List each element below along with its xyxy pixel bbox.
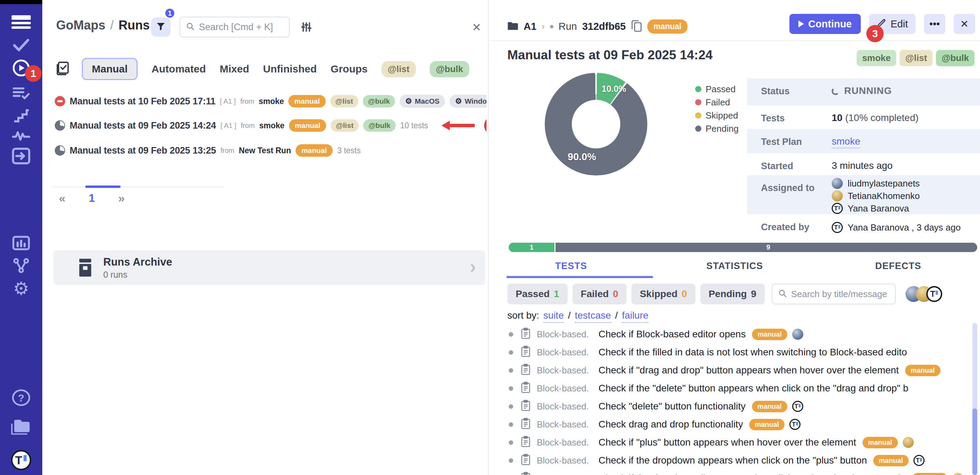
tag-list[interactable]: @list xyxy=(900,50,932,66)
clipboard-icon xyxy=(521,418,531,431)
sort-by-suite[interactable]: suite xyxy=(543,310,564,323)
status-dot-icon xyxy=(509,332,513,337)
tests-list: Block-based... Check if Block-based edit… xyxy=(489,325,972,475)
run-list-item[interactable]: Manual tests at 10 Feb 2025 17:11 [ A1 ]… xyxy=(55,91,487,112)
tab-automated[interactable]: Automated xyxy=(151,63,206,75)
search-box[interactable] xyxy=(180,17,290,37)
legend-dot-failed xyxy=(695,99,702,105)
tag-smoke[interactable]: smoke xyxy=(857,50,896,66)
reports-chart-icon[interactable] xyxy=(12,235,30,251)
run-detail-title: Manual tests at 09 Feb 2025 14:24 xyxy=(508,48,713,62)
chart-legend: Passed Failed Skipped Pending xyxy=(695,83,738,135)
checklist-icon[interactable] xyxy=(12,85,30,100)
close-run-button[interactable]: ✕ xyxy=(954,14,975,34)
page-number[interactable]: 1 xyxy=(89,192,95,204)
page-next-button[interactable]: » xyxy=(118,191,125,205)
help-icon[interactable]: ? xyxy=(11,389,31,406)
avatar: T▮ xyxy=(832,203,843,214)
assignee[interactable]: T▮Yana Baranova xyxy=(832,202,920,215)
page-prev-button[interactable]: « xyxy=(59,191,65,205)
sliders-icon[interactable] xyxy=(300,21,313,35)
tab-unfinished[interactable]: Unfinished xyxy=(263,63,317,75)
avatar xyxy=(952,473,963,475)
tab-groups[interactable]: Groups xyxy=(331,63,368,75)
assignee[interactable]: TetianaKhomenko xyxy=(832,190,920,202)
tab-statistics[interactable]: STATISTICS xyxy=(653,261,816,271)
run-title: Manual tests at 09 Feb 2025 13:25 xyxy=(70,145,216,156)
donut-label-pending: 90.0% xyxy=(568,151,596,163)
test-row[interactable]: Block-based... Check if "drag and drop" … xyxy=(489,361,972,379)
run-list-item[interactable]: Manual tests at 09 Feb 2025 14:24 [ A1 ]… xyxy=(55,115,487,136)
sort-by-failure[interactable]: failure xyxy=(622,310,648,323)
manual-badge: manual xyxy=(752,401,788,412)
test-row[interactable]: Block-based... Check if Block-based edit… xyxy=(489,325,972,343)
scrollbar-thumb[interactable] xyxy=(972,408,977,475)
manual-badge: manual xyxy=(912,473,947,475)
test-row[interactable]: Block-based... Check if the filled in da… xyxy=(489,343,972,361)
clipboard-icon xyxy=(521,382,531,395)
run-source: smoke xyxy=(259,97,284,106)
branches-icon[interactable] xyxy=(12,258,30,273)
play-icon xyxy=(799,21,804,27)
test-plan-link[interactable]: smoke xyxy=(832,136,860,148)
runs-archive-card[interactable]: Runs Archive 0 runs xyxy=(53,250,485,285)
test-row-partial[interactable]: Block-based... Check if the dropdown dis… xyxy=(489,469,972,475)
run-id: 312dfb65 xyxy=(582,21,626,32)
activity-icon[interactable] xyxy=(12,129,30,142)
clipboard-icon xyxy=(521,454,531,467)
sort-by-testcase[interactable]: testcase xyxy=(575,310,611,323)
copy-icon[interactable] xyxy=(631,20,642,33)
test-row[interactable]: Block-based... Check if "plus" button ap… xyxy=(489,434,972,451)
active-tab-underline xyxy=(507,276,653,278)
filter-pending-button[interactable]: Pending9 xyxy=(700,284,765,304)
filter-passed-button[interactable]: Passed1 xyxy=(508,284,568,304)
tests-search-input[interactable] xyxy=(791,289,889,300)
breadcrumb-suite[interactable]: A1 xyxy=(523,21,536,32)
breadcrumb-section[interactable]: Runs xyxy=(119,18,150,33)
steps-icon[interactable] xyxy=(13,108,30,123)
menu-icon[interactable] xyxy=(11,13,31,20)
assignee[interactable]: liudmylastepanets xyxy=(832,177,920,190)
status-dot-icon xyxy=(509,440,513,445)
tab-mixed[interactable]: Mixed xyxy=(220,63,249,75)
search-icon xyxy=(778,289,787,299)
select-runs-icon[interactable] xyxy=(56,61,69,77)
manual-badge: manual xyxy=(873,455,908,466)
pagination: « 1 » xyxy=(59,191,125,205)
filter-button[interactable] xyxy=(151,18,170,37)
test-row[interactable]: Block-based... Check if the "delete" but… xyxy=(489,379,972,397)
scrollbar-track[interactable] xyxy=(972,323,977,475)
tab-manual[interactable]: Manual xyxy=(82,58,138,80)
filter-failed-button[interactable]: Failed0 xyxy=(573,284,627,304)
testcases-check-icon[interactable] xyxy=(12,38,30,52)
test-row[interactable]: Block-based... Check drag and drop funct… xyxy=(489,415,972,434)
tag-chip-bulk[interactable]: @bulk xyxy=(430,61,469,77)
run-tests-count: 10 tests xyxy=(400,121,428,131)
more-button[interactable]: ••• xyxy=(924,14,945,34)
panel-close-icon[interactable]: ✕ xyxy=(472,21,481,34)
continue-button[interactable]: Continue xyxy=(789,14,861,34)
avatar[interactable]: T▮ xyxy=(926,286,942,302)
tag-chip-list[interactable]: @list xyxy=(382,61,416,77)
sign-in-icon[interactable] xyxy=(11,147,31,165)
legend-pending: Pending xyxy=(695,122,738,135)
projects-folder-icon[interactable] xyxy=(11,419,31,435)
run-status-progress-icon xyxy=(55,145,65,156)
settings-gear-icon[interactable]: ⚙ xyxy=(13,279,29,298)
test-row[interactable]: Block-based... Check if the dropdown app… xyxy=(489,451,972,469)
tests-search-box[interactable] xyxy=(772,284,896,304)
run-list-item[interactable]: Manual tests at 09 Feb 2025 13:25 from N… xyxy=(55,140,487,161)
test-row[interactable]: Block-based... Check "delete" button fun… xyxy=(489,397,972,415)
filter-skipped-button[interactable]: Skipped0 xyxy=(632,284,695,304)
legend-dot-pending xyxy=(695,126,702,132)
assignee-avatars[interactable]: T▮ xyxy=(905,286,942,302)
breadcrumb-project[interactable]: GoMaps xyxy=(56,18,105,33)
manual-badge: manual xyxy=(296,144,333,157)
search-input[interactable] xyxy=(199,22,283,33)
user-avatar[interactable]: T▮ xyxy=(11,450,31,470)
tab-tests[interactable]: TESTS xyxy=(489,261,653,271)
manual-badge: manual xyxy=(752,329,788,340)
donut-hole xyxy=(572,100,620,148)
tag-bulk[interactable]: @bulk xyxy=(936,50,974,66)
tab-defects[interactable]: DEFECTS xyxy=(816,261,980,271)
